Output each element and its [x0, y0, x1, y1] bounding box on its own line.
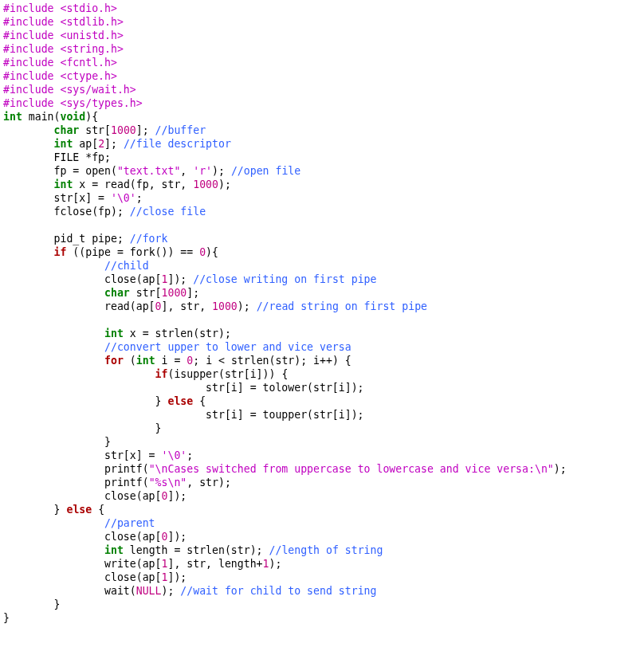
code-line: int x = strlen(str);: [3, 328, 231, 339]
code-token-pp: #include: [3, 97, 60, 109]
code-line: for (int i = 0; i < strlen(str); i++) {: [3, 355, 351, 367]
code-token-op: }: [155, 422, 162, 434]
code-token-kw: char: [54, 124, 80, 136]
code-token-id: close(ap[: [3, 531, 162, 543]
code-token-kwb: if: [54, 246, 67, 258]
code-token-id: [3, 287, 104, 299]
code-token-kw: int: [54, 138, 73, 150]
code-token-chr: '\0': [162, 449, 187, 461]
code-token-id: write(ap[: [3, 558, 162, 570]
code-line: printf("%s\n", str);: [3, 477, 231, 488]
code-token-id: fclose(fp);: [3, 206, 130, 218]
code-token-hdr: <ctype.h>: [60, 70, 116, 82]
code-token-id: str[: [79, 124, 111, 136]
code-token-op: {: [281, 368, 288, 380]
code-token-id: ap[: [73, 138, 98, 150]
code-token-pp: #include: [3, 29, 60, 41]
code-token-hdr: <stdio.h>: [60, 2, 116, 14]
code-token-str: "\nCases switched from uppercase to lowe…: [149, 463, 554, 475]
code-token-id: pid_t pipe;: [3, 233, 130, 245]
code-token-id: );: [554, 463, 567, 475]
code-token-id: [3, 368, 155, 380]
code-token-id: [3, 544, 104, 556]
code-line: int ap[2]; //file descriptor: [3, 138, 231, 150]
code-token-hdr: <sys/wait.h>: [60, 84, 135, 96]
code-token-pp: #include: [3, 57, 60, 69]
code-token-op: }: [155, 395, 162, 407]
code-token-com: //fork: [130, 233, 168, 245]
code-token-op: {: [199, 395, 206, 407]
code-token-id: ]);: [167, 531, 187, 543]
code-token-num: 1000: [162, 287, 187, 299]
code-line: if(isupper(str[i])) {: [3, 368, 288, 380]
code-token-pp: #include: [3, 70, 60, 82]
code-line: wait(NULL); //wait for child to send str…: [3, 585, 376, 597]
code-token-id: ;: [187, 449, 193, 461]
code-token-id: close(ap[: [3, 571, 162, 583]
code-token-id: ,: [180, 165, 193, 177]
code-token-id: );: [212, 165, 231, 177]
code-token-kw: int: [104, 328, 124, 339]
code-token-num: 1000: [212, 300, 238, 312]
code-token-id: [3, 355, 104, 367]
code-line: int length = strlen(str); //length of st…: [3, 544, 383, 556]
code-token-id: printf(: [3, 477, 149, 488]
code-line: str[i] = toupper(str[i]);: [3, 409, 364, 421]
code-token-id: [3, 328, 104, 339]
code-token-id: );: [162, 585, 181, 597]
code-token-id: [193, 395, 199, 407]
code-line: read(ap[0], str, 1000); //read string on…: [3, 300, 427, 312]
code-token-id: length = strlen(str);: [124, 544, 269, 556]
code-token-op: {: [98, 504, 104, 516]
code-token-id: , str);: [187, 477, 231, 488]
code-token-pp: #include: [3, 16, 60, 28]
code-token-id: ): [85, 111, 92, 123]
code-token-id: FILE *fp;: [3, 151, 111, 163]
code-token-id: ; i < strlen(str); i++): [193, 355, 345, 367]
code-token-id: str[: [130, 287, 162, 299]
code-token-kw: int: [3, 111, 22, 123]
code-token-com: //close file: [130, 206, 206, 218]
code-token-id: [3, 138, 54, 150]
code-token-num: 0: [155, 300, 162, 312]
code-token-id: ]);: [167, 273, 193, 285]
code-line: }: [3, 436, 111, 448]
code-line: #include <sys/wait.h>: [3, 84, 136, 96]
code-token-str: "%s\n": [149, 477, 187, 488]
code-line: close(ap[1]);: [3, 571, 187, 583]
code-token-id: [3, 124, 54, 136]
code-token-id: [3, 598, 54, 610]
code-token-pp: #include: [3, 2, 60, 14]
code-token-id: [3, 422, 155, 434]
code-line: #include <sys/types.h>: [3, 97, 143, 109]
code-line: fclose(fp); //close file: [3, 206, 206, 218]
code-line: //convert upper to lower and vice versa: [3, 341, 351, 353]
code-token-id: ]);: [167, 490, 187, 502]
code-token-com: //read string on first pipe: [257, 300, 427, 312]
code-token-op: {: [345, 355, 351, 367]
code-token-id: x = strlen(str);: [124, 328, 231, 339]
code-token-id: str[i] = tolower(str[i]);: [3, 382, 364, 394]
code-token-id: [3, 341, 104, 353]
code-line: char str[1000]; //buffer: [3, 124, 206, 136]
code-token-kwb: for: [104, 355, 124, 367]
code-token-id: );: [218, 178, 231, 190]
code-token-hdr: <fcntl.h>: [60, 57, 116, 69]
code-token-op: }: [3, 612, 10, 624]
code-line: #include <fcntl.h>: [3, 57, 117, 69]
code-line: char str[1000];: [3, 287, 199, 299]
code-token-kw: int: [136, 355, 155, 367]
code-token-id: [3, 395, 155, 407]
code-token-com: //buffer: [155, 124, 206, 136]
code-line: #include <stdlib.h>: [3, 16, 124, 28]
code-token-id: printf(: [3, 463, 149, 475]
code-line: //child: [3, 260, 149, 272]
code-token-id: ): [206, 246, 212, 258]
code-token-id: main(: [22, 111, 61, 123]
code-line: write(ap[1], str, length+1);: [3, 558, 281, 570]
code-token-id: wait(: [3, 585, 136, 597]
code-line: int x = read(fp, str, 1000);: [3, 178, 231, 190]
code-line: close(ap[0]);: [3, 531, 187, 543]
code-token-kw: char: [104, 287, 130, 299]
code-token-op: }: [54, 598, 61, 610]
